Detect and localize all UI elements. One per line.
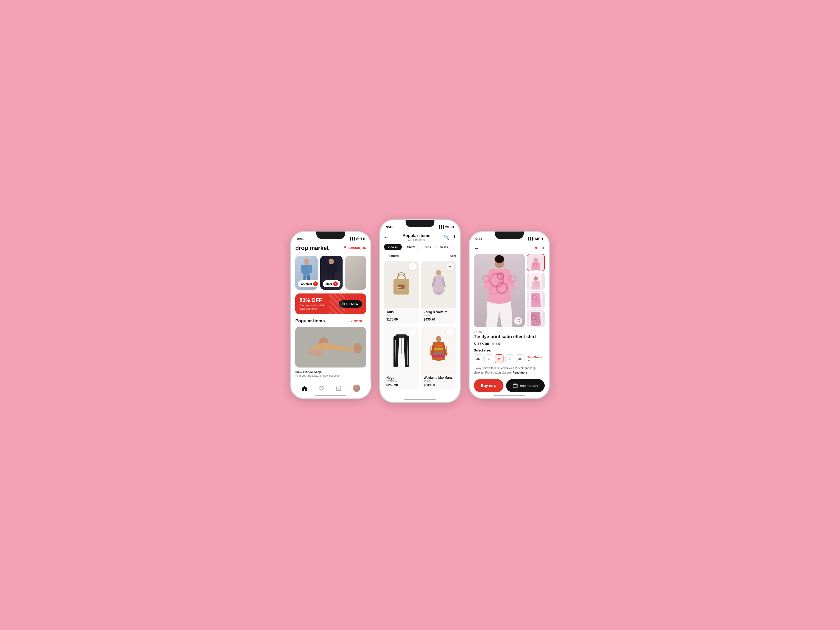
svg-line-34 — [399, 333, 399, 335]
chip-shirts[interactable]: Shirts — [403, 244, 419, 250]
phone-detail: 9:41 ▐▐▐ WiFi ▮ ← ♥ ⬆ — [469, 231, 550, 399]
expand-button[interactable]: ⛶ — [514, 317, 522, 325]
svg-point-54 — [534, 258, 538, 262]
svg-point-26 — [436, 270, 441, 276]
wishlist-maxmara[interactable]: ♡ — [447, 328, 454, 336]
star-icon: ★ — [492, 342, 494, 346]
chip-skirts[interactable]: Skirts — [436, 244, 452, 250]
product-img-tous: TOUS PARIS•MILAN•TOKYO ♡ — [384, 261, 419, 308]
thumb-image-1 — [529, 255, 542, 270]
svg-line-35 — [403, 333, 404, 335]
read-more-link[interactable]: Read more — [512, 371, 527, 374]
price-maxmara: $239.80 — [424, 383, 453, 387]
size-l[interactable]: L — [505, 354, 514, 363]
thumbnail-2[interactable] — [527, 273, 545, 290]
detail-wishlist-button[interactable]: ♥ — [535, 245, 538, 251]
location-text: London, UK — [348, 246, 366, 250]
status-icons-1: ▐▐▐ WiFi ▮ — [349, 237, 365, 240]
popular-title: Popular items — [295, 318, 325, 324]
thumbnail-4[interactable] — [527, 310, 545, 328]
add-to-cart-button[interactable]: Add to cart — [506, 379, 545, 392]
svg-rect-8 — [326, 265, 328, 272]
men-arrow: ↗ — [333, 281, 338, 286]
product-card-tous[interactable]: TOUS PARIS•MILAN•TOKYO ♡ Tous Bag $175.0… — [384, 261, 419, 324]
home-header: drop market 📍 London, UK — [295, 245, 366, 251]
brand-zadig: Zadig & Voltaire — [424, 310, 453, 314]
battery-icon-3: ▮ — [542, 237, 543, 240]
status-icons-2: ▐▐▐ WiFi ▮ — [438, 225, 454, 229]
detail-main-image[interactable]: ⛶ — [474, 254, 525, 327]
chip-tops[interactable]: Tops — [420, 244, 434, 250]
banner-stripes — [330, 294, 345, 314]
wishlist-hugo[interactable]: ♡ — [409, 328, 417, 336]
category-women[interactable]: WOMEN ↗ — [295, 256, 317, 290]
wifi-icon: WiFi — [356, 237, 362, 240]
chip-view-all[interactable]: View all — [384, 244, 402, 250]
phone-home: 9:41 ▐▐▐ WiFi ▮ drop market 📍 London, UK — [290, 231, 371, 399]
promo-banner[interactable]: 80% OFF Discover fashion thatsuits your … — [295, 294, 366, 314]
nav-wishlist[interactable] — [319, 385, 324, 391]
product-title: Tie dye print satin effect shirt — [474, 334, 545, 339]
chip-trousers[interactable]: Trousers — [453, 244, 456, 250]
action-buttons-row: Buy now Add to cart — [474, 379, 545, 392]
phone2-content: ← Popular items 124 556 items 🔍 ⬆ View a… — [380, 231, 460, 403]
product-card-maxmara[interactable]: ♡ Weekend MaxMara Jacket $239.80 — [421, 327, 456, 390]
notch-2 — [406, 220, 434, 227]
home-indicator-2 — [404, 399, 436, 400]
product-card-hugo[interactable]: ♡ Hugo Trousers $259.90 — [384, 327, 419, 390]
detail-action-buttons: ♥ ⬆ — [535, 245, 545, 251]
wishlist-tous[interactable]: ♡ — [409, 263, 417, 270]
status-time-3: 9:41 — [475, 237, 482, 241]
cat-header: ← Popular items 124 556 items 🔍 ⬆ — [384, 231, 456, 243]
popular-card[interactable] — [295, 327, 366, 368]
detail-share-button[interactable]: ⬆ — [541, 245, 545, 251]
phone3-content: ← ♥ ⬆ — [469, 243, 549, 398]
sort-button[interactable]: Sort — [444, 254, 456, 258]
wifi-icon-3: WiFi — [534, 237, 540, 240]
size-guide-link[interactable]: Size Guide ↗ — [527, 356, 545, 362]
thumbnail-1[interactable] — [527, 254, 545, 271]
svg-point-27 — [436, 281, 437, 282]
product-price: $ 175.00 — [474, 341, 489, 346]
wishlist-zadig[interactable]: ♥ — [447, 263, 454, 270]
share-icon[interactable]: ⬆ — [453, 234, 456, 240]
signal-icon-3: ▐▐▐ — [527, 237, 533, 240]
product-img-zadig: ♥ — [421, 261, 456, 308]
status-time-1: 9:41 — [297, 237, 304, 241]
view-all-link[interactable]: View all → — [351, 319, 366, 323]
size-m[interactable]: M — [495, 354, 504, 363]
back-button[interactable]: ← — [384, 234, 389, 240]
location-badge[interactable]: 📍 London, UK — [343, 246, 366, 250]
detail-back-button[interactable]: ← — [474, 245, 479, 251]
product-brand: ZARA — [474, 330, 545, 333]
size-xl[interactable]: XL — [516, 354, 524, 363]
phone1-content: drop market 📍 London, UK — [291, 243, 371, 398]
category-men[interactable]: MEN ↗ — [320, 256, 343, 290]
svg-rect-40 — [432, 355, 445, 357]
app-title: drop market — [295, 245, 328, 251]
nav-cart[interactable] — [336, 385, 341, 391]
notch-1 — [316, 232, 345, 239]
men-label[interactable]: MEN ↗ — [323, 280, 341, 287]
filters-button[interactable]: Filters — [384, 254, 399, 258]
product-info-maxmara: Weekend MaxMara Jacket $239.80 — [421, 374, 456, 390]
svg-rect-3 — [310, 265, 313, 273]
svg-point-36 — [436, 336, 441, 342]
location-icon: 📍 — [343, 246, 347, 250]
category-more[interactable] — [345, 256, 366, 290]
size-s[interactable]: S — [484, 354, 493, 363]
product-info-hugo: Hugo Trousers $259.90 — [384, 374, 419, 390]
buy-now-button[interactable]: Buy now — [474, 379, 504, 392]
product-card-zadig[interactable]: ♥ Zadig & Voltaire Dress $430.70 — [421, 261, 456, 324]
nav-home[interactable] — [302, 385, 307, 391]
svg-rect-7 — [328, 264, 335, 275]
search-icon[interactable]: 🔍 — [444, 234, 449, 240]
cat-title-group: Popular items 124 556 items — [389, 234, 444, 241]
women-label[interactable]: WOMEN ↗ — [298, 280, 317, 287]
price-hugo: $259.90 — [387, 383, 416, 387]
thumb-image-3 — [529, 292, 542, 308]
nav-profile[interactable] — [353, 385, 360, 392]
thumbnail-3[interactable] — [527, 291, 545, 309]
svg-text:PARIS•MILAN•TOKYO: PARIS•MILAN•TOKYO — [395, 289, 404, 290]
size-xs[interactable]: XS — [474, 354, 483, 363]
